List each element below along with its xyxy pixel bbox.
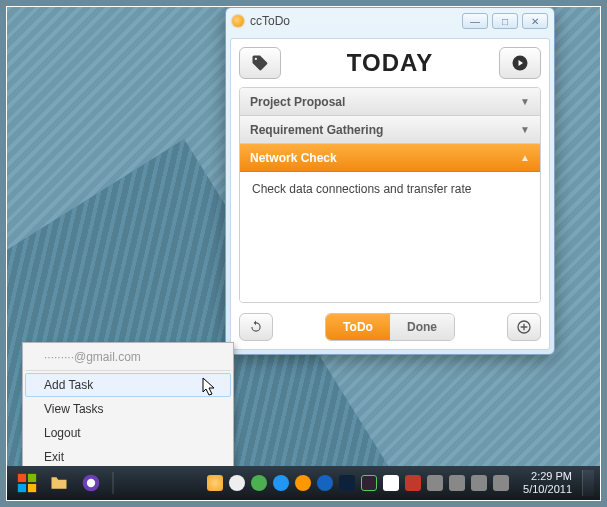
window-title: ccToDo <box>250 14 290 28</box>
pinned-explorer[interactable] <box>45 470 73 496</box>
world-icon[interactable] <box>273 475 289 491</box>
app-window: ccToDo — □ ✕ TODAY Project Proposal <box>225 7 555 355</box>
taskbar-clock[interactable]: 2:29 PM 5/10/2011 <box>515 470 576 496</box>
todo-tab[interactable]: ToDo <box>326 314 390 340</box>
svg-rect-4 <box>18 484 26 492</box>
titlebar[interactable]: ccToDo — □ ✕ <box>226 8 554 34</box>
network-icon[interactable] <box>471 475 487 491</box>
refresh-icon <box>249 320 263 334</box>
plus-circle-icon <box>516 319 532 335</box>
desktop: ccToDo — □ ✕ TODAY Project Proposal <box>6 6 601 501</box>
cctodo-icon[interactable] <box>207 475 223 491</box>
taskbar[interactable]: 2:29 PM 5/10/2011 <box>7 466 600 500</box>
tag-icon <box>251 54 269 72</box>
play-button[interactable] <box>499 47 541 79</box>
clock-date: 5/10/2011 <box>523 483 572 496</box>
app-icon <box>232 15 244 27</box>
svg-rect-5 <box>28 484 36 492</box>
show-desktop-button[interactable] <box>582 470 594 496</box>
folder-icon <box>49 473 69 493</box>
svg-rect-3 <box>28 474 36 482</box>
context-item-logout[interactable]: Logout <box>25 421 231 445</box>
client-area: TODAY Project Proposal ▼ Requirement Gat… <box>230 38 550 350</box>
svg-point-7 <box>87 479 95 487</box>
system-tray: 2:29 PM 5/10/2011 <box>207 470 594 496</box>
utorrent-icon <box>81 473 101 493</box>
tray-context-menu: ·········@gmail.com Add Task View Tasks … <box>22 342 234 472</box>
windows-icon <box>16 472 38 494</box>
sync-icon[interactable] <box>251 475 267 491</box>
chevron-down-icon: ▼ <box>520 124 530 135</box>
task-row[interactable]: Project Proposal ▼ <box>240 88 540 116</box>
chat-icon[interactable] <box>229 475 245 491</box>
updater-icon[interactable] <box>295 475 311 491</box>
context-item-add-task[interactable]: Add Task <box>25 373 231 397</box>
minimize-button[interactable]: — <box>462 13 488 29</box>
start-button[interactable] <box>13 470 41 496</box>
grid-icon[interactable] <box>361 475 377 491</box>
task-body: Check data connections and transfer rate <box>240 172 540 302</box>
add-button[interactable] <box>507 313 541 341</box>
context-account: ·········@gmail.com <box>25 345 231 371</box>
maximize-button[interactable]: □ <box>492 13 518 29</box>
refresh-button[interactable] <box>239 313 273 341</box>
done-tab[interactable]: Done <box>390 314 454 340</box>
chevron-down-icon: ▼ <box>520 96 530 107</box>
pinned-app[interactable] <box>77 470 105 496</box>
page-title: TODAY <box>347 49 433 77</box>
svg-rect-2 <box>18 474 26 482</box>
tag-button[interactable] <box>239 47 281 79</box>
task-label: Requirement Gathering <box>250 123 383 137</box>
task-row[interactable]: Requirement Gathering ▼ <box>240 116 540 144</box>
chevron-up-icon: ▲ <box>520 152 530 163</box>
close-button[interactable]: ✕ <box>522 13 548 29</box>
info-icon[interactable] <box>317 475 333 491</box>
task-label: Network Check <box>250 151 337 165</box>
shield-icon[interactable] <box>427 475 443 491</box>
play-icon <box>511 54 529 72</box>
task-list: Project Proposal ▼ Requirement Gathering… <box>239 87 541 303</box>
clock-time: 2:29 PM <box>523 470 572 483</box>
task-row-active[interactable]: Network Check ▲ <box>240 144 540 172</box>
task-label: Project Proposal <box>250 95 345 109</box>
flag-icon[interactable] <box>383 475 399 491</box>
view-toggle: ToDo Done <box>325 313 455 341</box>
device-icon[interactable] <box>449 475 465 491</box>
volume-icon[interactable] <box>493 475 509 491</box>
context-item-view-tasks[interactable]: View Tasks <box>25 397 231 421</box>
notify-icon[interactable] <box>405 475 421 491</box>
amazon-icon[interactable] <box>339 475 355 491</box>
taskbar-divider <box>112 472 114 494</box>
